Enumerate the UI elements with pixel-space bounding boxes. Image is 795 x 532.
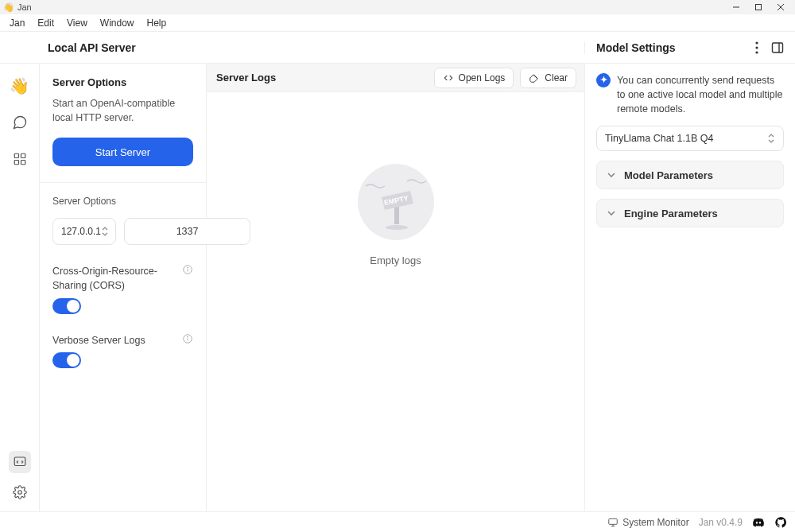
menubar: Jan Edit View Window Help: [0, 14, 795, 32]
empty-logs-label: Empty logs: [370, 254, 421, 266]
clear-icon: [529, 72, 540, 83]
maximize-button[interactable]: [747, 0, 770, 14]
svg-point-17: [188, 267, 188, 268]
updown-icon: [101, 226, 109, 237]
left-panel: Server Options Start an OpenAI-compatibl…: [40, 64, 207, 511]
minimize-button[interactable]: [725, 0, 747, 14]
rail-home-icon[interactable]: 👋: [9, 75, 31, 97]
github-icon[interactable]: [774, 516, 787, 529]
accordion-label: Engine Parameters: [624, 208, 718, 219]
rail-api-icon[interactable]: [9, 451, 31, 473]
divider: [40, 182, 206, 183]
close-button[interactable]: [770, 0, 792, 14]
svg-rect-11: [14, 161, 18, 165]
svg-line-21: [534, 74, 538, 78]
discord-icon[interactable]: [752, 516, 765, 529]
menu-help[interactable]: Help: [141, 15, 173, 31]
center-column: Server Logs Open Logs Clear: [207, 64, 584, 511]
svg-rect-13: [14, 457, 25, 466]
model-value: TinyLlama Chat 1.1B Q4: [605, 133, 713, 144]
clear-logs-button[interactable]: Clear: [520, 68, 576, 88]
svg-rect-1: [756, 5, 762, 10]
svg-rect-24: [609, 518, 618, 524]
updown-icon: [767, 133, 775, 144]
svg-rect-22: [394, 207, 399, 224]
version-label: Jan v0.4.9: [699, 517, 743, 528]
info-banner-text: You can concurrently send requests to on…: [617, 73, 784, 116]
svg-rect-10: [21, 153, 25, 157]
code-icon: [443, 72, 454, 83]
svg-point-6: [755, 51, 758, 53]
server-options-title: Server Options: [52, 76, 193, 88]
statusbar: System Monitor Jan v0.4.9: [0, 511, 795, 532]
menu-view[interactable]: View: [60, 15, 94, 31]
empty-illustration: EMPTY: [358, 164, 434, 240]
rail-chat-icon[interactable]: [9, 111, 31, 134]
accordion-label: Model Parameters: [624, 169, 713, 181]
window-title: Jan: [17, 2, 32, 12]
sidebar-rail: 👋: [0, 64, 40, 511]
app-icon: 👋: [3, 2, 14, 13]
titlebar: 👋 Jan: [0, 0, 795, 14]
chevron-down-icon: [607, 170, 616, 180]
server-options-label: Server Options: [52, 196, 193, 207]
chevron-down-icon: [607, 208, 616, 218]
svg-rect-9: [14, 153, 18, 157]
cors-label: Cross-Origin-Resource-Sharing (CORS): [52, 264, 177, 293]
cors-toggle[interactable]: [52, 298, 81, 314]
info-bubble-icon: ✦: [596, 73, 611, 87]
rail-grid-icon[interactable]: [9, 148, 31, 170]
ip-select[interactable]: 127.0.0.1: [52, 218, 116, 245]
menu-edit[interactable]: Edit: [31, 15, 60, 31]
verbose-label: Verbose Server Logs: [52, 333, 145, 348]
server-options-sub: Start an OpenAI-compatible local HTTP se…: [52, 96, 193, 125]
right-panel: ✦ You can concurrently send requests to …: [584, 64, 795, 511]
svg-point-4: [755, 41, 758, 44]
system-monitor-label: System Monitor: [622, 517, 688, 528]
open-logs-button[interactable]: Open Logs: [434, 68, 514, 88]
info-icon[interactable]: [182, 264, 193, 275]
svg-point-5: [755, 46, 758, 49]
header-row: Local API Server Model Settings: [0, 32, 795, 64]
info-icon[interactable]: [182, 333, 193, 344]
svg-rect-7: [773, 43, 783, 52]
menu-window[interactable]: Window: [94, 15, 141, 31]
svg-rect-12: [21, 161, 25, 165]
rail-settings-icon[interactable]: [9, 481, 31, 503]
collapse-panel-icon[interactable]: [771, 41, 784, 54]
start-server-button[interactable]: Start Server: [52, 138, 193, 166]
svg-point-20: [188, 336, 188, 337]
model-select[interactable]: TinyLlama Chat 1.1B Q4: [596, 126, 784, 151]
accordion-model-parameters[interactable]: Model Parameters: [596, 161, 784, 189]
server-logs-title: Server Logs: [216, 72, 276, 83]
svg-point-14: [17, 491, 21, 495]
system-monitor-button[interactable]: System Monitor: [607, 517, 688, 528]
open-logs-label: Open Logs: [459, 72, 506, 83]
accordion-engine-parameters[interactable]: Engine Parameters: [596, 199, 784, 227]
menu-jan[interactable]: Jan: [3, 15, 31, 31]
clear-label: Clear: [545, 72, 568, 83]
ip-value: 127.0.0.1: [61, 226, 101, 237]
verbose-toggle[interactable]: [52, 352, 81, 368]
right-panel-title: Model Settings: [596, 41, 676, 54]
svg-point-23: [386, 225, 408, 230]
more-icon[interactable]: [755, 41, 758, 54]
page-title: Local API Server: [48, 41, 136, 54]
